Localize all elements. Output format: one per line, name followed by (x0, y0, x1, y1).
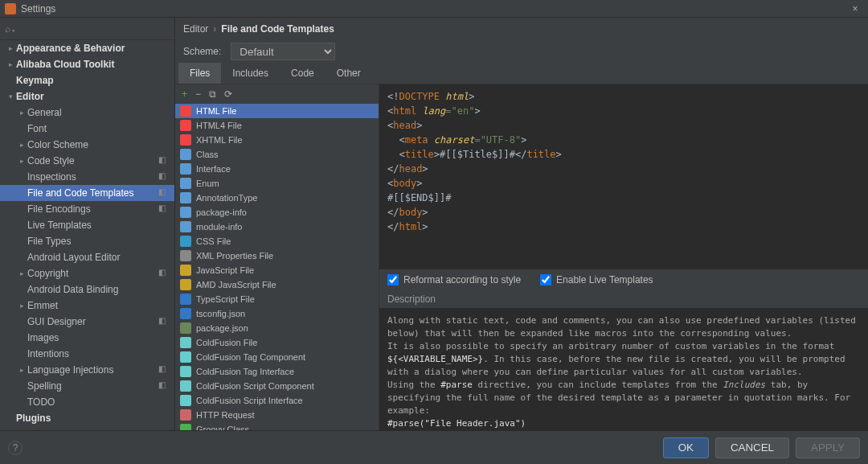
app-icon (5, 3, 16, 14)
template-row[interactable]: ColdFusion Script Component (175, 379, 379, 393)
template-row[interactable]: module-info (175, 220, 379, 234)
template-row[interactable]: Enum (175, 176, 379, 191)
template-row[interactable]: ColdFusion Tag Component (175, 350, 379, 364)
tab-other[interactable]: Other (326, 63, 372, 84)
sidebar-item[interactable]: ▸Appearance & Behavior (0, 40, 174, 56)
sidebar-item[interactable]: ▾Editor (0, 88, 174, 105)
breadcrumb: Editor › File and Code Templates (175, 18, 868, 40)
sidebar-item[interactable]: ▸Color Scheme (0, 137, 174, 153)
button-bar: ? OK CANCEL APPLY (0, 430, 868, 464)
sidebar-item[interactable]: File and Code Templates◧ (0, 185, 174, 201)
sidebar-item[interactable]: ▸Code Style◧ (0, 153, 174, 169)
sidebar-item[interactable]: File Encodings◧ (0, 201, 174, 217)
template-row[interactable]: Interface (175, 162, 379, 176)
sidebar-item[interactable]: Font (0, 121, 174, 137)
sidebar-search[interactable]: ⌕▾ (0, 18, 174, 40)
apply-button[interactable]: APPLY (796, 437, 860, 458)
scheme-row: Scheme: Default (175, 40, 868, 63)
content-panel: Editor › File and Code Templates Scheme:… (175, 18, 868, 430)
remove-icon[interactable]: − (195, 88, 201, 100)
template-row[interactable]: CSS File (175, 234, 379, 248)
reformat-checkbox[interactable]: Reformat according to style (387, 274, 521, 285)
template-list: HTML FileHTML4 FileXHTML FileClassInterf… (175, 104, 379, 430)
checkbox-row: Reformat according to style Enable Live … (379, 269, 868, 290)
tab-code[interactable]: Code (280, 63, 326, 84)
template-editor[interactable]: <!DOCTYPE html> <html lang="en"> <head> … (379, 84, 868, 269)
template-row[interactable]: AnnotationType (175, 191, 379, 205)
right-panel: <!DOCTYPE html> <html lang="en"> <head> … (379, 84, 868, 430)
template-row[interactable]: TypeScript File (175, 292, 379, 306)
template-row[interactable]: HTTP Request (175, 408, 379, 422)
settings-tree: ▸Appearance & Behavior▸Alibaba Cloud Too… (0, 40, 174, 430)
template-row[interactable]: JavaScript File (175, 263, 379, 277)
ok-button[interactable]: OK (663, 437, 709, 458)
cancel-button[interactable]: CANCEL (715, 437, 789, 458)
template-row[interactable]: ColdFusion Script Interface (175, 393, 379, 408)
sidebar-item[interactable]: ▸Emmet (0, 298, 174, 314)
sidebar-item[interactable]: File Types (0, 233, 174, 249)
sidebar-item[interactable]: Spelling◧ (0, 378, 174, 394)
sidebar-item[interactable]: Live Templates (0, 217, 174, 233)
sidebar-item[interactable]: Images (0, 330, 174, 346)
sidebar-item[interactable]: Intentions (0, 346, 174, 362)
template-row[interactable]: ColdFusion File (175, 335, 379, 350)
description-area: Along with static text, code and comment… (379, 308, 868, 430)
scheme-label: Scheme: (183, 46, 221, 57)
template-row[interactable]: HTML4 File (175, 118, 379, 133)
template-row[interactable]: XML Properties File (175, 248, 379, 263)
template-row[interactable]: package.json (175, 321, 379, 335)
copy-icon[interactable]: ⧉ (209, 88, 216, 100)
sidebar-item[interactable]: ▸Alibaba Cloud Toolkit (0, 56, 174, 72)
sidebar-item[interactable]: ▸Version Control◧ (0, 426, 174, 430)
template-row[interactable]: HTML File (175, 104, 379, 118)
breadcrumb-sep: › (213, 23, 216, 35)
close-icon[interactable]: × (847, 3, 863, 14)
tab-files[interactable]: Files (178, 63, 221, 84)
reset-icon[interactable]: ⟳ (224, 88, 232, 100)
breadcrumb-current: File and Code Templates (221, 23, 334, 35)
sidebar-item[interactable]: ▸General (0, 105, 174, 121)
sidebar-item[interactable]: TODO (0, 394, 174, 410)
description-label: Description (379, 290, 868, 308)
tab-includes[interactable]: Includes (221, 63, 280, 84)
add-icon[interactable]: + (182, 88, 187, 100)
sidebar-item[interactable]: Plugins (0, 410, 174, 426)
live-templates-checkbox[interactable]: Enable Live Templates (540, 274, 653, 285)
template-row[interactable]: ColdFusion Tag Interface (175, 364, 379, 379)
help-button[interactable]: ? (8, 441, 23, 455)
template-row[interactable]: AMD JavaScript File (175, 277, 379, 292)
template-tabs: Files Includes Code Other (175, 63, 868, 84)
search-icon: ⌕▾ (5, 23, 16, 35)
template-row[interactable]: XHTML File (175, 133, 379, 147)
template-row[interactable]: tsconfig.json (175, 306, 379, 321)
sidebar-item[interactable]: GUI Designer◧ (0, 314, 174, 330)
sidebar-item[interactable]: Android Data Binding (0, 281, 174, 298)
sidebar-item[interactable]: Android Layout Editor (0, 249, 174, 265)
titlebar: Settings × (0, 0, 868, 18)
sidebar-item[interactable]: ▸Copyright◧ (0, 265, 174, 281)
template-row[interactable]: Class (175, 147, 379, 162)
template-panel: + − ⧉ ⟳ HTML FileHTML4 FileXHTML FileCla… (175, 84, 379, 430)
scheme-select[interactable]: Default (231, 43, 335, 60)
sidebar-item[interactable]: Keymap (0, 72, 174, 88)
sidebar-item[interactable]: Inspections◧ (0, 169, 174, 185)
settings-sidebar: ⌕▾ ▸Appearance & Behavior▸Alibaba Cloud … (0, 18, 175, 430)
template-row[interactable]: Groovy Class (175, 422, 379, 430)
template-toolbar: + − ⧉ ⟳ (175, 84, 379, 104)
template-row[interactable]: package-info (175, 205, 379, 220)
breadcrumb-root[interactable]: Editor (183, 23, 208, 35)
sidebar-item[interactable]: ▸Language Injections◧ (0, 362, 174, 378)
window-title: Settings (21, 3, 55, 14)
